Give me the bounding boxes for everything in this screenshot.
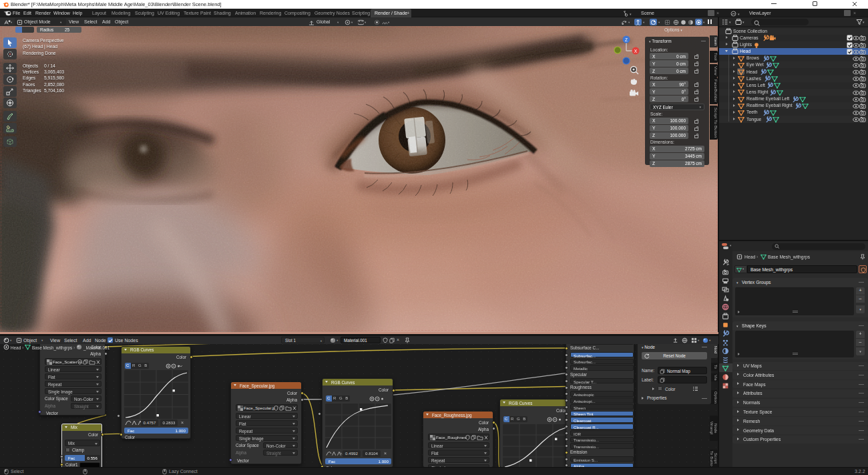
- svg-text:Z: Z: [625, 37, 628, 42]
- svg-text:X: X: [634, 49, 638, 53]
